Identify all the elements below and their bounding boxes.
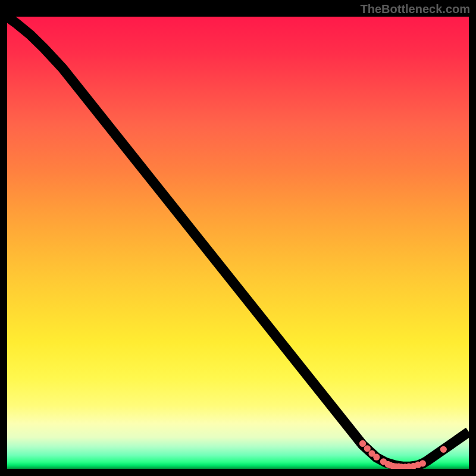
marker-dot bbox=[359, 440, 366, 447]
chart-curve bbox=[7, 17, 469, 466]
chart-container: TheBottleneck.com bbox=[0, 0, 476, 476]
marker-dot bbox=[364, 445, 371, 452]
marker-dot bbox=[440, 446, 447, 453]
watermark-text: TheBottleneck.com bbox=[361, 2, 470, 16]
chart-svg bbox=[7, 17, 469, 469]
marker-dot bbox=[419, 460, 426, 466]
marker-dot bbox=[373, 454, 380, 461]
chart-area bbox=[7, 17, 469, 469]
